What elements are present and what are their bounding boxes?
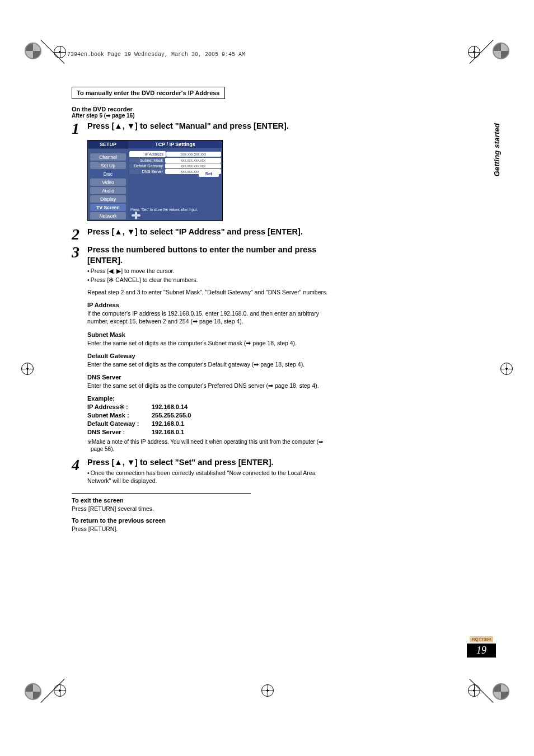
example-key: IP Address※ : [87, 403, 152, 411]
divider [72, 493, 251, 494]
doc-number: RQT7394 [470, 636, 494, 642]
step-sub-bullet: Press [◀, ▶] to move the cursor. [87, 267, 329, 275]
cfg-value: xxx.xxx.xxx.xxx [166, 152, 221, 157]
set-button-figure: Set [199, 171, 219, 177]
exit-title: To exit the screen [72, 497, 329, 504]
step-number: 2 [72, 227, 87, 242]
example-key: Subnet Mask : [87, 411, 152, 420]
step-4: 4 Press [▲, ▼] to select "Set" and press… [72, 457, 329, 485]
step-number: 3 [72, 245, 87, 260]
return-body: Press [RETURN]. [72, 525, 329, 533]
step-title: Press [▲, ▼] to select "IP Address" and … [87, 227, 329, 237]
menu-item: Channel [90, 153, 126, 161]
example-grid: IP Address※ :192.168.0.14 Subnet Mask :2… [87, 403, 329, 436]
cfg-value: xxx.xxx.xxx.xxx [165, 163, 221, 168]
menu-item: Disc [90, 170, 126, 177]
menu-item: Video [90, 179, 126, 186]
panel-right-title: TCP / IP Settings [128, 140, 222, 148]
register-mark-icon [261, 684, 274, 697]
menu-item-network: Network [90, 212, 126, 219]
example-value: 255.255.255.0 [152, 411, 329, 420]
field-body: Enter the same set of digits as the comp… [87, 339, 329, 347]
field-body: Enter the same set of digits as the comp… [87, 382, 329, 389]
example-heading: Example: [87, 395, 329, 402]
repeat-note: Repeat step 2 and 3 to enter "Subnet Mas… [87, 288, 329, 296]
example-key: Default Gateway : [87, 420, 152, 428]
step-1: 1 Press [▲, ▼] to select "Manual" and pr… [72, 121, 329, 137]
dpad-icon [132, 212, 140, 219]
page-number: 19 [467, 644, 496, 658]
intro-line-2: After step 5 (➡ page 16) [72, 112, 329, 119]
field-title-subnet: Subnet Mask [87, 331, 329, 338]
example-value: 192.168.0.1 [152, 420, 329, 428]
panel-footer-text: Press "Set" to store the values after in… [130, 208, 220, 212]
intro-line-1: On the DVD recorder [72, 106, 329, 112]
menu-item: Audio [90, 187, 126, 194]
page-content: To manually enter the DVD recorder's IP … [72, 87, 329, 533]
cfg-value: xxx.xxx.xxx.xxx [165, 158, 221, 163]
menu-item: TV Screen [90, 204, 126, 211]
step-post-note: Once the connection has been correctly e… [87, 469, 329, 485]
example-value: 192.168.0.1 [152, 428, 329, 436]
corner-mark-icon [493, 43, 509, 59]
register-mark-icon [500, 363, 513, 375]
print-header: 7394en.book Page 19 Wednesday, March 30,… [67, 51, 245, 58]
step-number: 4 [72, 457, 87, 473]
setup-header: SETUP [88, 140, 128, 149]
register-mark-icon [468, 684, 480, 697]
corner-mark-icon [25, 43, 41, 59]
register-mark-icon [54, 46, 66, 58]
step-title: Press the numbered buttons to enter the … [87, 245, 329, 266]
field-body: Enter the same set of digits as the comp… [87, 360, 329, 368]
register-mark-icon [21, 363, 34, 375]
field-title-ip: IP Address [87, 302, 329, 308]
register-mark-icon [54, 684, 66, 697]
step-title: Press [▲, ▼] to select "Set" and press [… [87, 457, 329, 468]
section-tab: Getting started [493, 123, 501, 176]
field-title-dns: DNS Server [87, 374, 329, 381]
exit-body: Press [RETURN] several times. [72, 505, 329, 513]
step-2: 2 Press [▲, ▼] to select "IP Address" an… [72, 227, 329, 242]
corner-mark-icon [493, 683, 509, 700]
page-footer: RQT7394 19 [467, 635, 496, 658]
cfg-label-ip: IP Address [129, 151, 166, 157]
setup-screen-figure: SETUP Channel Set Up Disc Video Audio Di… [87, 140, 223, 221]
corner-mark-icon [25, 683, 41, 700]
step-title: Press [▲, ▼] to select "Manual" and pres… [87, 121, 329, 132]
cfg-label: Subnet Mask [129, 158, 165, 163]
menu-item: Display [90, 195, 126, 203]
cfg-label: Default Gateway [129, 163, 165, 168]
step-number: 1 [72, 121, 87, 137]
step-sub-bullet: Press [✻ CANCEL] to clear the numbers. [87, 276, 329, 284]
field-body: If the computer's IP address is 192.168.… [87, 309, 329, 325]
section-title-box: To manually enter the DVD recorder's IP … [72, 87, 225, 99]
field-title-gateway: Default Gateway [87, 353, 329, 359]
example-footnote: ※Make a note of this IP address. You wil… [87, 438, 329, 453]
example-key: DNS Server : [87, 428, 152, 436]
cfg-label: DNS Server [129, 169, 165, 174]
menu-item: Set Up [90, 162, 126, 169]
example-value: 192.168.0.14 [152, 403, 329, 411]
step-3: 3 Press the numbered buttons to enter th… [72, 245, 329, 453]
register-mark-icon [468, 46, 480, 58]
return-title: To return to the previous screen [72, 517, 329, 524]
